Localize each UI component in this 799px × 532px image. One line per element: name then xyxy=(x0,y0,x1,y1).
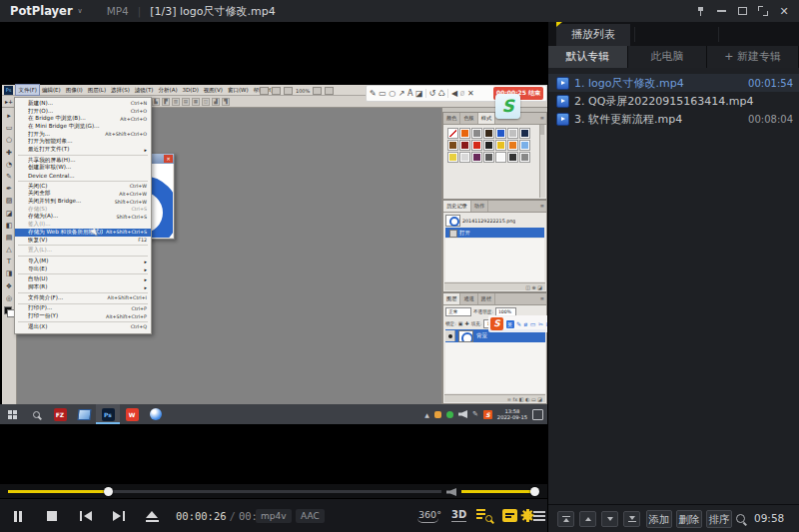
menu-divider xyxy=(18,245,148,246)
playlist-item-name: 2. QQ录屏20220915163414.mp4 xyxy=(574,94,788,109)
mic-icon: ø xyxy=(460,90,465,98)
close-button[interactable]: ✕ xyxy=(775,3,793,19)
style-swatch xyxy=(507,140,518,151)
file-menu-item: 在 Mini Bridge 中浏览(G)... xyxy=(15,123,151,131)
video-display[interactable]: Ps 文件(F)编辑(E)图像(I)图层(L)选择(S)滤镜(T)分析(A)3D… xyxy=(0,22,547,484)
pen-icon: ✎ xyxy=(516,321,521,327)
playlist-search-button[interactable] xyxy=(476,509,494,523)
delete-button[interactable]: 删除 xyxy=(676,510,702,528)
ps-app-bar: 100% xyxy=(260,86,334,95)
move-bottom-icon xyxy=(629,516,635,520)
style-swatch xyxy=(447,152,458,163)
video-taskbar: FZPsW ▲ ✎ S 13:58 2022-09-15 xyxy=(0,404,547,424)
move-up-button[interactable] xyxy=(579,511,596,527)
file-menu-item: 在 Bridge 中浏览(B)...Alt+Ctrl+O xyxy=(15,115,151,123)
app-name[interactable]: PotPlayer xyxy=(10,4,73,18)
pin-button[interactable] xyxy=(691,3,709,19)
title-bar[interactable]: PotPlayer ∨ MP4 | [1/3] logo尺寸修改.mp4 ✕ xyxy=(0,0,799,22)
volume-bar[interactable] xyxy=(461,490,535,493)
menu-item-label: Device Central... xyxy=(28,173,147,179)
history-state-open: 打开 xyxy=(445,228,544,238)
file-menu-item: 打开为智能对象... xyxy=(15,138,151,146)
tab-playlist[interactable]: 播放列表 xyxy=(556,24,630,46)
file-menu-item: 打开为...Alt+Shift+Ctrl+O xyxy=(15,131,151,139)
subtitle-button[interactable] xyxy=(502,509,517,522)
menu-item-shortcut: Ctrl+O xyxy=(131,109,147,114)
playlist-item[interactable]: 3. 软件更新流程.mp400:08:04 xyxy=(548,110,799,128)
next-icon xyxy=(113,511,121,521)
menu-item-shortcut: Ctrl+S xyxy=(131,207,147,212)
add-button[interactable]: 添加 xyxy=(646,510,672,528)
file-menu-item: 关闭全部Alt+Ctrl+W xyxy=(15,191,151,199)
media-file-icon xyxy=(556,113,569,126)
seek-thumb[interactable] xyxy=(104,487,113,496)
app-icon: FZ xyxy=(54,408,67,421)
styles-panel: 颜色 色板 样式 ≡ xyxy=(442,112,547,200)
undo-icon: ↺ xyxy=(429,90,436,98)
menu-divider xyxy=(18,321,148,322)
move-down-button[interactable] xyxy=(601,511,618,527)
start-button xyxy=(0,404,24,424)
playlist-search-icon[interactable] xyxy=(736,514,745,523)
grid-icon: ⊞ xyxy=(545,321,547,327)
close-icon: ✕ xyxy=(467,90,474,98)
file-menu-item: 关闭(C)Ctrl+W xyxy=(15,183,151,191)
playlist-tab-notch xyxy=(556,22,562,27)
menu-item-label: 文件简介(F)... xyxy=(28,294,105,302)
volume-level xyxy=(461,490,535,493)
file-menu-item: 关闭并转到 Bridge...Shift+Ctrl+W xyxy=(15,198,151,206)
file-menu-item: 存储为(A)...Shift+Ctrl+S xyxy=(15,214,151,222)
style-swatch xyxy=(471,128,482,139)
lock-label: 锁定: xyxy=(445,321,456,326)
menu-item-label: 创建新审核(W)... xyxy=(28,164,147,172)
open-file-button[interactable] xyxy=(137,505,167,527)
style-swatch xyxy=(495,140,506,151)
volume-thumb[interactable] xyxy=(530,487,539,496)
style-swatch xyxy=(495,128,506,139)
sort-button[interactable]: 排序 xyxy=(706,510,732,528)
tab-this-pc[interactable]: 此电脑 xyxy=(628,46,708,68)
next-button[interactable] xyxy=(104,505,134,527)
playlist-item[interactable]: 1. logo尺寸修改.mp400:01:54 xyxy=(548,74,799,92)
snapshot-thumbnail xyxy=(445,215,460,227)
main-menu-button[interactable] xyxy=(533,511,545,521)
screen-icon: ▭ xyxy=(530,321,536,327)
history-snapshot-row: 20141129222215.png xyxy=(445,215,544,227)
previous-button[interactable] xyxy=(71,505,101,527)
fullscreen-icon xyxy=(758,6,768,16)
minimize-button[interactable] xyxy=(712,3,730,19)
tab-default-album[interactable]: 默认专辑 xyxy=(548,46,628,68)
stop-button[interactable] xyxy=(37,505,67,527)
tab-actions: 动作 xyxy=(471,201,488,212)
tab-styles: 样式 xyxy=(478,113,495,124)
playlist-footer: 添加 删除 排序 09:58 xyxy=(548,504,799,532)
move-bottom-button[interactable] xyxy=(623,511,640,527)
mode-360-button[interactable]: 360° xyxy=(418,509,441,520)
volume-speaker-icon[interactable] xyxy=(446,488,456,496)
playlist-item[interactable]: 2. QQ录屏20220915163414.mp4 xyxy=(548,92,799,110)
playlist-header: 播放列表 xyxy=(548,22,799,46)
arrange-documents-icon xyxy=(313,87,322,95)
tab-new-album[interactable]: + 新建专辑 xyxy=(707,46,799,68)
style-swatch xyxy=(507,152,518,163)
speaker-icon: ◀ xyxy=(451,90,457,98)
potplayer-window: PotPlayer ∨ MP4 | [1/3] logo尺寸修改.mp4 ✕ P… xyxy=(0,0,799,532)
seek-progress xyxy=(8,490,108,493)
explorer-icon xyxy=(77,409,91,420)
file-menu-item: 置入(L)... xyxy=(15,247,151,255)
maximize-button[interactable] xyxy=(733,3,751,19)
ps-panel-dock: 颜色 色板 样式 ≡ 历史记录 动作 ≡ xyxy=(441,108,547,404)
mode-3d-button[interactable]: 3D xyxy=(451,509,466,522)
move-top-button[interactable] xyxy=(557,511,574,527)
seek-bar[interactable] xyxy=(8,490,441,493)
fullscreen-button[interactable] xyxy=(754,3,772,19)
control-bar: 00:00:26/00:01:54 mp4v AAC 360° 3D xyxy=(0,498,547,532)
panel-scrollbar xyxy=(539,125,545,198)
lock-transparency-icon: ▣ xyxy=(458,320,463,326)
eject-icon xyxy=(146,511,159,522)
mini-bridge-icon xyxy=(272,87,281,95)
ps-menubar-item: 编辑(E) xyxy=(39,85,63,95)
s-browser-icon xyxy=(150,408,162,420)
pause-button[interactable] xyxy=(3,505,33,527)
playlist-panel: 播放列表 默认专辑 此电脑 + 新建专辑 1. logo尺寸修改.mp400:0… xyxy=(547,22,799,532)
